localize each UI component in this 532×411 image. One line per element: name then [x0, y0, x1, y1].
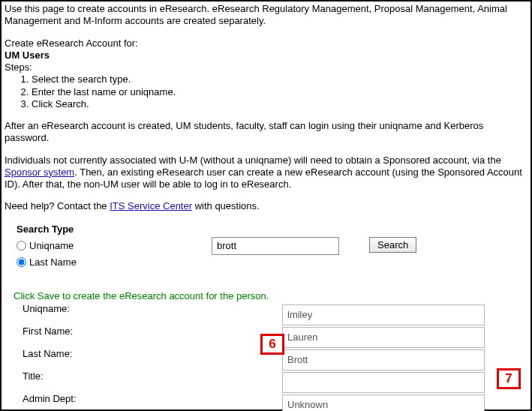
its-service-center-link[interactable]: ITS Service Center	[110, 200, 192, 212]
sponsor-system-link[interactable]: Sponsor system	[5, 166, 74, 178]
radio-lastname-input[interactable]	[17, 257, 26, 267]
field-last-name[interactable]	[282, 350, 485, 370]
field-first-name[interactable]	[282, 327, 485, 348]
callout-7: 7	[497, 368, 521, 389]
radio-uniqname-label: Uniqname	[29, 240, 74, 251]
field-title[interactable]	[282, 372, 485, 393]
label-uniqname: Uniqname:	[23, 303, 282, 326]
label-title: Title:	[23, 370, 282, 393]
radio-uniqname-input[interactable]	[17, 241, 26, 250]
step-item: Click Search.	[32, 98, 527, 110]
radio-lastname-label: Last Name	[29, 256, 77, 268]
label-admin-dept: Admin Dept:	[23, 393, 282, 412]
help-paragraph: Need help? Contact the ITS Service Cente…	[5, 200, 527, 212]
field-admin-dept[interactable]	[282, 394, 485, 412]
callout-6: 6	[260, 334, 284, 355]
save-hint: Click Save to create the eResearch accou…	[14, 290, 527, 302]
step-item: Select the search type.	[32, 74, 527, 86]
search-area: Search Type Uniqname Last Name Search	[5, 224, 527, 271]
radio-lastname[interactable]: Last Name	[17, 254, 212, 271]
radio-uniqname[interactable]: Uniqname	[17, 238, 212, 254]
label-first-name: First Name:	[23, 326, 282, 348]
um-users-label: UM Users	[5, 50, 527, 62]
help-text-a: Need help? Contact the	[5, 200, 110, 212]
label-last-name: Last Name:	[23, 348, 282, 370]
search-input[interactable]	[212, 237, 339, 255]
search-type-heading: Search Type	[17, 224, 212, 235]
person-details: Uniqname: First Name: Last Name: Title: …	[5, 303, 527, 412]
help-text-b: with questions.	[192, 200, 260, 212]
intro-paragraph-1: Use this page to create accounts in eRes…	[5, 3, 527, 28]
steps-label: Steps:	[5, 62, 527, 74]
sponsored-text-a: Individuals not currently associated wit…	[5, 154, 501, 166]
field-uniqname[interactable]	[282, 304, 485, 326]
after-create-paragraph: After an eResearch account is created, U…	[5, 120, 527, 145]
steps-list: Select the search type. Enter the last n…	[32, 74, 527, 110]
search-button[interactable]: Search	[369, 237, 416, 253]
instructions-block: Use this page to create accounts in eRes…	[5, 3, 527, 213]
step-item: Enter the last name or uniqname.	[32, 86, 527, 98]
sponsored-paragraph: Individuals not currently associated wit…	[5, 154, 527, 191]
create-for-label: Create eResearch Account for:	[5, 38, 527, 50]
sponsored-text-b: . Then, an existing eResearch user can c…	[5, 166, 522, 190]
